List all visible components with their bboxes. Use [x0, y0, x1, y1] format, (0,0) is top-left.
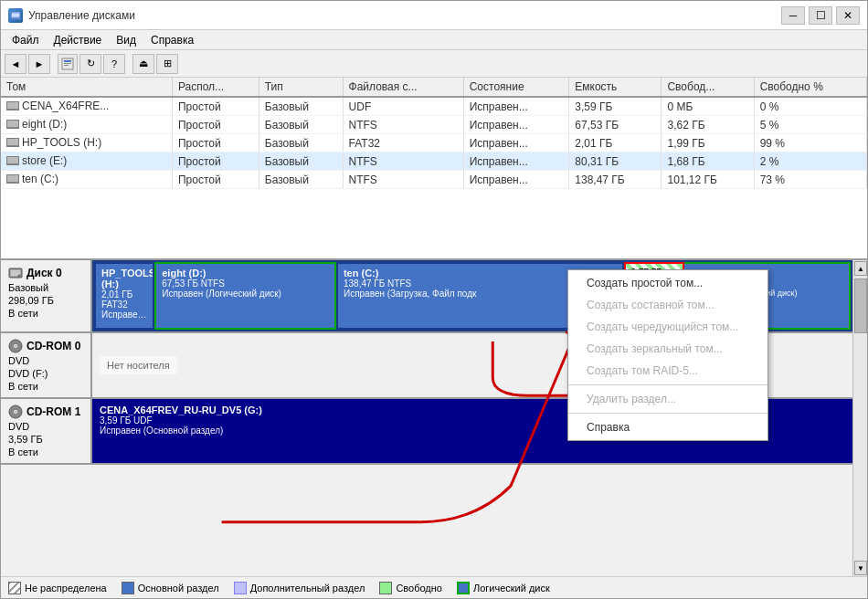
- maximize-button[interactable]: ☐: [809, 6, 832, 25]
- col-free[interactable]: Свобод...: [662, 78, 754, 97]
- col-status[interactable]: Состояние: [463, 78, 569, 97]
- menu-bar: Файл Действие Вид Справка: [1, 30, 867, 50]
- svg-rect-8: [7, 102, 18, 109]
- disk0-status: В сети: [8, 308, 83, 319]
- col-free-pct[interactable]: Свободно %: [754, 78, 866, 97]
- ctx-create-spanned: Создать составной том...: [568, 294, 767, 316]
- legend-logical: Логический диск: [457, 582, 550, 594]
- main-window: Управление дисками ─ ☐ ✕ Файл Действие В…: [0, 0, 868, 599]
- disk0-name: Диск 0: [26, 267, 62, 279]
- svg-rect-10: [7, 121, 18, 127]
- title-bar: Управление дисками ─ ☐ ✕: [1, 1, 867, 30]
- table-row[interactable]: CENA_X64FRE... Простой Базовый UDF Испра…: [1, 97, 867, 116]
- cdrom0-type: DVD: [8, 355, 83, 366]
- legend-extended-label: Дополнительный раздел: [250, 583, 365, 594]
- svg-point-23: [15, 345, 16, 347]
- toolbar: ◄ ► ↻ ? ⏏ ⊞: [1, 50, 867, 78]
- cdrom1-icon: [8, 405, 23, 419]
- close-button[interactable]: ✕: [836, 6, 860, 25]
- disk0-size: 298,09 ГБ: [8, 295, 83, 306]
- legend-extended: Дополнительный раздел: [234, 582, 365, 594]
- status-bar: Не распределена Основной раздел Дополнит…: [1, 576, 867, 598]
- cdrom1-name: CD-ROM 1: [26, 405, 80, 418]
- ctx-create-mirror: Создать зеркальный том...: [568, 338, 767, 360]
- svg-rect-6: [64, 65, 69, 66]
- col-capacity[interactable]: Емкость: [569, 78, 662, 97]
- svg-point-20: [18, 275, 21, 278]
- legend-free: Свободно: [379, 582, 442, 594]
- help-button[interactable]: ?: [103, 54, 125, 74]
- refresh-button[interactable]: ↻: [79, 54, 101, 74]
- cdrom0-info: CD-ROM 0 DVD DVD (F:) В сети: [1, 333, 92, 397]
- ctx-sep2: [568, 413, 767, 414]
- svg-rect-12: [7, 139, 18, 145]
- minimize-button[interactable]: ─: [781, 6, 805, 25]
- table-row[interactable]: store (E:) Простой Базовый NTFS Исправен…: [1, 152, 867, 171]
- legend-free-label: Свободно: [396, 583, 442, 594]
- svg-rect-1: [12, 14, 19, 16]
- disk0-type: Базовый: [8, 282, 83, 293]
- cdrom1-status: В сети: [8, 447, 83, 457]
- ctx-create-simple[interactable]: Создать простой том...: [568, 272, 767, 294]
- svg-rect-2: [10, 18, 21, 20]
- legend-logical-label: Логический диск: [473, 583, 550, 594]
- main-content: Том Распол... Тип Файловая с... Состояни…: [1, 78, 867, 576]
- cdrom0-empty-text: Нет носителя: [100, 356, 177, 374]
- col-tom[interactable]: Том: [1, 78, 172, 97]
- legend-logical-color: [457, 582, 470, 594]
- table-row[interactable]: eight (D:) Простой Базовый NTFS Исправен…: [1, 116, 867, 134]
- cdrom1-size: 3,59 ГБ: [8, 434, 83, 445]
- cdrom0-name: CD-ROM 0: [26, 340, 80, 352]
- legend-free-color: [379, 582, 392, 594]
- legend-unallocated-color: [8, 582, 21, 594]
- app-icon: [8, 8, 23, 23]
- window-title: Управление дисками: [28, 9, 135, 22]
- menu-file[interactable]: Файл: [5, 32, 47, 48]
- svg-rect-4: [64, 60, 71, 62]
- eject-button[interactable]: ⏏: [132, 54, 154, 74]
- cdrom1-info: CD-ROM 1 DVD 3,59 ГБ В сети: [1, 399, 92, 463]
- legend-extended-color: [234, 582, 247, 594]
- ctx-create-raid5: Создать том RAID-5...: [568, 360, 767, 382]
- cdrom0-icon: [8, 339, 23, 353]
- scrollbar[interactable]: ▲ ▼: [852, 260, 867, 576]
- partition-hp-tools[interactable]: HP_TOOLS (H:) 2,01 ГБ FAT32 Исправен (Си…: [94, 262, 154, 330]
- legend-primary-label: Основной раздел: [138, 583, 219, 594]
- menu-help[interactable]: Справка: [143, 32, 201, 48]
- table-row[interactable]: ten (C:) Простой Базовый NTFS Исправен..…: [1, 171, 867, 189]
- col-location[interactable]: Распол...: [172, 78, 259, 97]
- legend-primary: Основной раздел: [122, 582, 219, 594]
- disk-table-container: Том Распол... Тип Файловая с... Состояни…: [1, 78, 867, 260]
- col-type[interactable]: Тип: [259, 78, 343, 97]
- disk-panels-area: Диск 0 Базовый 298,09 ГБ В сети HP_TOOLS…: [1, 260, 867, 576]
- back-button[interactable]: ◄: [5, 54, 26, 74]
- legend-unallocated: Не распределена: [8, 582, 107, 594]
- menu-view[interactable]: Вид: [109, 32, 143, 48]
- volume-table: Том Распол... Тип Файловая с... Состояни…: [1, 78, 867, 189]
- context-menu: Создать простой том... Создать составной…: [567, 269, 768, 441]
- ctx-create-striped: Создать чередующийся том...: [568, 316, 767, 338]
- svg-rect-14: [7, 157, 18, 163]
- svg-point-26: [15, 411, 16, 413]
- legend-unallocated-label: Не распределена: [25, 583, 107, 594]
- svg-rect-5: [64, 63, 71, 64]
- partition-eight[interactable]: eight (D:) 67,53 ГБ NTFS Исправен (Логич…: [154, 262, 336, 330]
- ctx-delete-partition: Удалить раздел...: [568, 388, 767, 410]
- forward-button[interactable]: ►: [28, 54, 50, 74]
- legend-primary-color: [122, 582, 134, 594]
- menu-action[interactable]: Действие: [47, 32, 110, 48]
- extra-button[interactable]: ⊞: [156, 54, 178, 74]
- disk0-icon: [8, 266, 23, 280]
- svg-rect-16: [7, 175, 18, 182]
- properties-button[interactable]: [58, 54, 78, 74]
- scrollbar-thumb[interactable]: [854, 278, 867, 333]
- cdrom0-drive: DVD (F:): [8, 368, 83, 379]
- col-fs[interactable]: Файловая с...: [343, 78, 463, 97]
- ctx-help[interactable]: Справка: [568, 416, 767, 438]
- cdrom1-type: DVD: [8, 421, 83, 432]
- volume-table-area: Том Распол... Тип Файловая с... Состояни…: [1, 78, 867, 260]
- table-row[interactable]: HP_TOOLS (H:) Простой Базовый FAT32 Испр…: [1, 134, 867, 152]
- ctx-sep1: [568, 384, 767, 385]
- disk0-info: Диск 0 Базовый 298,09 ГБ В сети: [1, 260, 92, 331]
- cdrom0-status: В сети: [8, 381, 83, 392]
